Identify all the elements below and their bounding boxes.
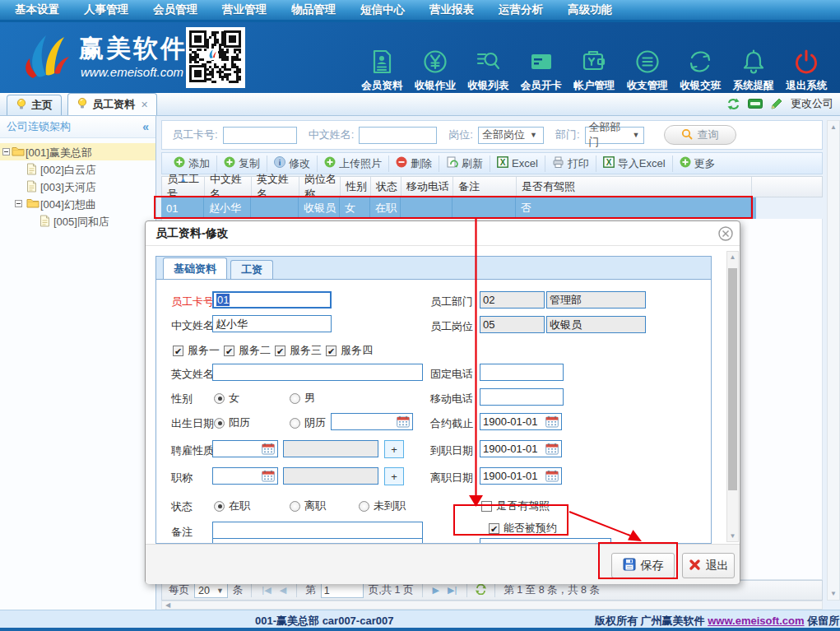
first-page-button[interactable]: |◀ xyxy=(260,585,272,596)
expand-toggle[interactable] xyxy=(15,200,22,207)
dept-select[interactable]: 全部部门▼ xyxy=(585,127,644,144)
dialog-input[interactable]: 1900-01-01 xyxy=(480,467,562,485)
checkbox[interactable]: ✔ xyxy=(173,346,183,356)
action-button[interactable]: X导入Excel xyxy=(596,155,673,172)
position-select[interactable]: 全部岗位▼ xyxy=(478,127,544,144)
search-button[interactable]: 查询 xyxy=(664,125,736,145)
dialog-input[interactable]: 01 xyxy=(212,291,332,309)
last-page-button[interactable]: ▶| xyxy=(446,585,458,596)
page-tab[interactable]: 主页 xyxy=(7,95,62,115)
quick-action-wallet[interactable]: 帐户管理 xyxy=(568,47,621,93)
tree-node[interactable]: [005]同和店 xyxy=(0,212,155,230)
page-number-input[interactable] xyxy=(321,583,364,598)
checkbox[interactable]: ✔ xyxy=(224,346,234,356)
checkbox[interactable]: ✔ xyxy=(275,346,285,356)
tree-node[interactable]: [001]赢美总部 xyxy=(0,143,155,160)
dialog-input[interactable] xyxy=(212,538,423,544)
dialog-input[interactable] xyxy=(480,388,564,406)
calendar-icon[interactable] xyxy=(262,443,275,455)
menu-item[interactable]: 物品管理 xyxy=(291,2,336,17)
radio-button[interactable] xyxy=(214,418,225,429)
dialog-input[interactable] xyxy=(212,440,278,457)
exit-button[interactable]: 退出 xyxy=(682,553,735,578)
radio-button[interactable] xyxy=(290,418,300,429)
expand-toggle[interactable] xyxy=(2,148,10,155)
dialog-scrollbar[interactable]: ▲ ▼ xyxy=(726,251,739,542)
dialog-input[interactable] xyxy=(212,467,278,485)
horizontal-scrollbar[interactable]: ◀ xyxy=(161,601,823,610)
dialog-input[interactable]: 1900-01-01 xyxy=(480,440,562,457)
column-header[interactable]: 岗位名称 xyxy=(299,177,341,197)
menu-item[interactable]: 人事管理 xyxy=(84,2,128,17)
pager-refresh-icon[interactable] xyxy=(476,584,486,597)
tree-node[interactable]: [004]幻想曲 xyxy=(0,195,155,212)
dialog-input[interactable] xyxy=(212,364,423,381)
add-option-button[interactable]: + xyxy=(384,440,404,458)
scroll-down-icon[interactable]: ▼ xyxy=(828,590,839,597)
scroll-up-icon[interactable]: ▲ xyxy=(727,253,738,261)
dialog-input[interactable] xyxy=(480,364,564,381)
calendar-icon[interactable] xyxy=(397,415,410,428)
calendar-icon[interactable] xyxy=(545,415,559,428)
dialog-input[interactable]: 收银员 xyxy=(546,316,646,333)
dialog-input[interactable]: 1900-01-01 xyxy=(480,413,562,430)
scrollbar-thumb[interactable] xyxy=(728,268,737,490)
dialog-input[interactable]: 管理部 xyxy=(546,291,646,309)
radio-button[interactable] xyxy=(359,501,369,512)
website-link[interactable]: www.emeisoft.com xyxy=(708,615,804,627)
tab-close-icon[interactable]: ✕ xyxy=(141,100,148,110)
page-tab[interactable]: 员工资料✕ xyxy=(67,93,157,115)
column-header[interactable]: 备注 xyxy=(453,177,517,197)
dialog-input[interactable] xyxy=(331,413,413,430)
prev-page-button[interactable]: ◀ xyxy=(278,585,288,596)
menu-item[interactable]: 短信中心 xyxy=(360,2,405,17)
menu-item[interactable]: 运营分析 xyxy=(499,2,543,17)
column-header[interactable]: 英文姓名 xyxy=(252,177,299,197)
page-size-select[interactable]: 20▼ xyxy=(194,583,228,598)
card-no-input[interactable] xyxy=(223,127,297,144)
quick-action-cashier-list[interactable]: 收银列表 xyxy=(462,47,515,93)
quick-action-power[interactable]: 退出系统 xyxy=(780,47,833,93)
vertical-scrollbar[interactable]: ▲ ▼ xyxy=(827,120,840,601)
calendar-icon[interactable] xyxy=(545,443,559,455)
scroll-down-icon[interactable]: ▼ xyxy=(727,532,738,540)
checkbox[interactable]: ✔ xyxy=(489,523,499,534)
action-button[interactable]: i修改 xyxy=(267,155,318,172)
action-button[interactable]: 打印 xyxy=(545,155,596,172)
action-button[interactable]: 更多 xyxy=(673,155,722,172)
checkbox[interactable] xyxy=(481,501,492,512)
dialog-input[interactable]: 赵小华 xyxy=(212,315,332,332)
scroll-up-icon[interactable]: ▲ xyxy=(828,123,839,131)
dialog-input[interactable] xyxy=(283,467,378,485)
dialog-input[interactable] xyxy=(480,538,611,544)
menu-item[interactable]: 基本设置 xyxy=(15,2,59,17)
radio-button[interactable] xyxy=(214,393,225,404)
tree-node[interactable]: [002]白云店 xyxy=(0,160,155,178)
action-button[interactable]: 复制 xyxy=(217,155,267,172)
edit-pencil-icon[interactable] xyxy=(770,97,783,110)
menu-item[interactable]: 营业管理 xyxy=(222,2,267,17)
action-button[interactable]: XExcel xyxy=(490,155,545,172)
calendar-icon[interactable] xyxy=(545,470,559,482)
refresh-company-icon[interactable] xyxy=(726,98,740,110)
add-option-button[interactable]: + xyxy=(384,467,404,485)
action-button[interactable]: 删除 xyxy=(389,155,439,172)
column-header[interactable]: 状态 xyxy=(371,177,401,197)
action-button[interactable]: 刷新 xyxy=(439,155,490,172)
tree-node[interactable]: [003]天河店 xyxy=(0,178,155,195)
dialog-input[interactable] xyxy=(212,522,423,539)
menu-item[interactable]: 高级功能 xyxy=(568,2,612,17)
radio-button[interactable] xyxy=(290,393,300,404)
sidebar-collapse-button[interactable]: « xyxy=(142,120,149,133)
menu-item[interactable]: 营业报表 xyxy=(429,2,474,17)
dialog-input[interactable]: 05 xyxy=(480,316,545,333)
action-button[interactable]: 上传照片 xyxy=(318,155,389,172)
radio-button[interactable] xyxy=(214,501,225,512)
tab-basic-info[interactable]: 基础资料 xyxy=(163,258,227,279)
radio-button[interactable] xyxy=(290,501,300,512)
table-row[interactable]: 01赵小华收银员女在职否 xyxy=(161,197,756,219)
column-header[interactable]: 性别 xyxy=(341,177,371,197)
next-page-button[interactable]: ▶ xyxy=(431,585,441,596)
column-header[interactable]: 中文姓名 xyxy=(205,177,252,197)
column-header[interactable]: 移动电话 xyxy=(401,177,453,197)
